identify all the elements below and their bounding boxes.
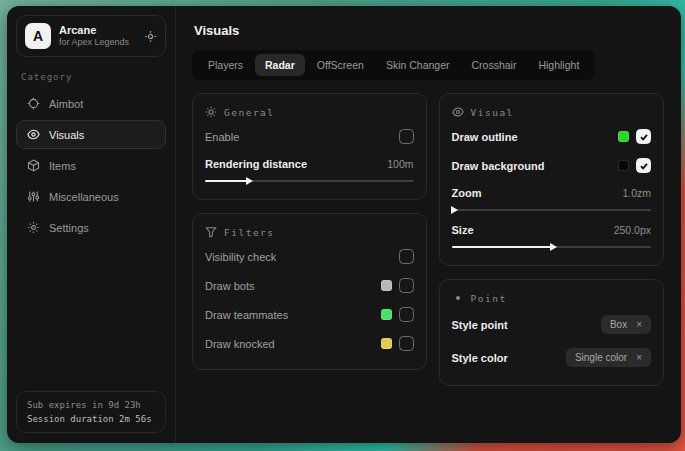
brand-subtitle: for Apex Legends bbox=[59, 37, 136, 48]
sliders-icon bbox=[27, 190, 40, 203]
slider-thumb[interactable] bbox=[451, 206, 458, 214]
box-icon bbox=[27, 159, 40, 172]
app-window: A Arcane for Apex Legends Category bbox=[7, 6, 681, 443]
sidebar-item-label: Visuals bbox=[49, 129, 84, 141]
draw-knocked-checkbox[interactable] bbox=[399, 336, 414, 351]
zoom-value: 1.0zm bbox=[622, 187, 651, 199]
zoom-slider[interactable] bbox=[452, 205, 652, 214]
enable-row: Enable bbox=[205, 122, 414, 151]
draw-knocked-label: Draw knocked bbox=[205, 338, 275, 350]
style-point-label: Style point bbox=[452, 319, 508, 331]
visual-card: Visual Draw outline Draw background bbox=[439, 93, 665, 266]
focus-target-icon[interactable] bbox=[144, 30, 157, 43]
draw-teammates-color-swatch[interactable] bbox=[381, 309, 392, 320]
session-duration-text: Session duration 2m 56s bbox=[27, 414, 155, 424]
section-title-filters: Filters bbox=[224, 227, 275, 238]
draw-knocked-color-swatch[interactable] bbox=[381, 338, 392, 349]
section-title-visual: Visual bbox=[471, 107, 514, 118]
sidebar-item-aimbot[interactable]: Aimbot bbox=[16, 89, 166, 118]
page-title: Visuals bbox=[194, 23, 664, 38]
sidebar-item-label: Items bbox=[49, 160, 76, 172]
enable-label: Enable bbox=[205, 131, 239, 143]
app-logo: A bbox=[25, 23, 51, 49]
zoom-row: Zoom 1.0zm bbox=[452, 180, 652, 203]
sidebar-nav: Aimbot Visuals Items bbox=[16, 89, 166, 242]
style-color-label: Style color bbox=[452, 352, 508, 364]
point-card: Point Style point Box × Style color Sing… bbox=[439, 279, 665, 386]
rendering-distance-label: Rendering distance bbox=[205, 158, 307, 170]
sidebar-item-items[interactable]: Items bbox=[16, 151, 166, 180]
rendering-distance-slider[interactable] bbox=[205, 176, 414, 185]
style-color-chip[interactable]: Single color × bbox=[566, 348, 651, 367]
sidebar-item-label: Settings bbox=[49, 222, 89, 234]
general-card: General Enable Rendering distance 100m bbox=[192, 93, 427, 200]
filters-card: Filters Visibility check Draw bots bbox=[192, 213, 427, 370]
brand-card: A Arcane for Apex Legends bbox=[16, 15, 166, 57]
draw-teammates-row: Draw teammates bbox=[205, 300, 414, 329]
size-value: 250.0px bbox=[614, 224, 651, 236]
sidebar-item-label: Aimbot bbox=[49, 98, 83, 110]
slider-thumb[interactable] bbox=[246, 177, 253, 185]
slider-thumb[interactable] bbox=[550, 243, 557, 251]
style-color-row: Style color Single color × bbox=[452, 341, 652, 374]
point-icon bbox=[452, 292, 464, 304]
draw-knocked-row: Draw knocked bbox=[205, 329, 414, 358]
draw-background-row: Draw background bbox=[452, 151, 652, 180]
size-slider[interactable] bbox=[452, 242, 652, 251]
zoom-label: Zoom bbox=[452, 187, 482, 199]
size-row: Size 250.0px bbox=[452, 217, 652, 240]
draw-background-color-swatch[interactable] bbox=[618, 160, 629, 171]
eye-icon bbox=[27, 128, 40, 141]
tab-offscreen[interactable]: OffScreen bbox=[307, 54, 374, 76]
draw-outline-checkbox[interactable] bbox=[636, 129, 651, 144]
style-point-row: Style point Box × bbox=[452, 308, 652, 341]
crosshair-icon bbox=[27, 97, 40, 110]
visuals-tabbar: Players Radar OffScreen Skin Changer Cro… bbox=[192, 50, 595, 80]
remove-icon[interactable]: × bbox=[636, 352, 642, 363]
category-label: Category bbox=[21, 72, 161, 82]
rendering-distance-value: 100m bbox=[387, 158, 413, 170]
brand-name: Arcane bbox=[59, 24, 136, 38]
draw-bots-checkbox[interactable] bbox=[399, 278, 414, 293]
sidebar-item-settings[interactable]: Settings bbox=[16, 213, 166, 242]
sun-icon bbox=[205, 106, 217, 118]
draw-teammates-checkbox[interactable] bbox=[399, 307, 414, 322]
tab-crosshair[interactable]: Crosshair bbox=[462, 54, 527, 76]
visibility-check-checkbox[interactable] bbox=[399, 249, 414, 264]
draw-outline-color-swatch[interactable] bbox=[618, 131, 629, 142]
draw-background-checkbox[interactable] bbox=[636, 158, 651, 173]
tab-skin-changer[interactable]: Skin Changer bbox=[376, 54, 460, 76]
visibility-check-label: Visibility check bbox=[205, 251, 276, 263]
sidebar-item-miscellaneous[interactable]: Miscellaneous bbox=[16, 182, 166, 211]
remove-icon[interactable]: × bbox=[636, 319, 642, 330]
rendering-distance-row: Rendering distance 100m bbox=[205, 151, 414, 174]
sub-expires-text: Sub expires in 9d 23h bbox=[27, 400, 155, 410]
draw-outline-label: Draw outline bbox=[452, 131, 518, 143]
sidebar-item-label: Miscellaneous bbox=[49, 191, 119, 203]
eye-icon bbox=[452, 106, 464, 118]
size-label: Size bbox=[452, 224, 474, 236]
visibility-check-row: Visibility check bbox=[205, 242, 414, 271]
section-title-general: General bbox=[224, 107, 275, 118]
main-panel: Visuals Players Radar OffScreen Skin Cha… bbox=[176, 6, 681, 443]
tab-players[interactable]: Players bbox=[198, 54, 253, 76]
tab-highlight[interactable]: Highlight bbox=[528, 54, 589, 76]
funnel-icon bbox=[205, 226, 217, 238]
gear-icon bbox=[27, 221, 40, 234]
sidebar-item-visuals[interactable]: Visuals bbox=[16, 120, 166, 149]
draw-bots-row: Draw bots bbox=[205, 271, 414, 300]
draw-bots-label: Draw bots bbox=[205, 280, 255, 292]
section-title-point: Point bbox=[471, 293, 507, 304]
draw-bots-color-swatch[interactable] bbox=[381, 280, 392, 291]
style-point-chip[interactable]: Box × bbox=[601, 315, 651, 334]
draw-outline-row: Draw outline bbox=[452, 122, 652, 151]
sidebar: A Arcane for Apex Legends Category bbox=[7, 6, 176, 443]
draw-teammates-label: Draw teammates bbox=[205, 309, 288, 321]
draw-background-label: Draw background bbox=[452, 160, 545, 172]
subscription-info-card: Sub expires in 9d 23h Session duration 2… bbox=[16, 391, 166, 433]
tab-radar[interactable]: Radar bbox=[255, 54, 305, 76]
enable-checkbox[interactable] bbox=[399, 129, 414, 144]
